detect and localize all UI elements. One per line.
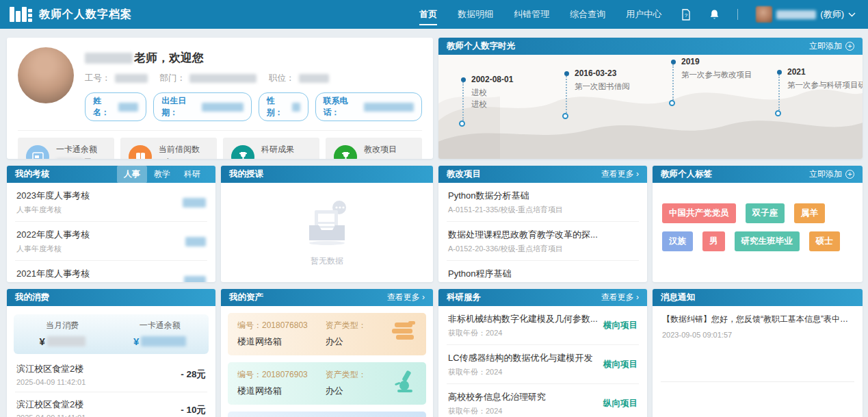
book-icon	[129, 145, 152, 160]
plus-circle-icon	[845, 42, 854, 51]
panel-title: 教师个人标签	[661, 168, 712, 180]
greeting: 老师，欢迎您	[85, 50, 422, 66]
project-type-badge: 纵向项目	[603, 398, 637, 409]
reform-row[interactable]: Python程序基础 A-0151-19-317/校级-重点培育项目	[447, 261, 639, 282]
assessment-panel: 我的考核 人事 教学 科研 2023年度人事考核 人事年度考核 2022年度人事…	[7, 166, 215, 282]
timeline-event[interactable]: 2019 第一次参与教改项目	[671, 60, 780, 106]
tab-personnel[interactable]: 人事	[117, 166, 147, 183]
research-row[interactable]: 高校校务信息化治理研究 获取年份：2024 纵向项目	[447, 384, 639, 417]
stat-card-research: 科研成果 8项	[223, 138, 319, 159]
user-name-redacted	[776, 10, 816, 19]
tag: 研究生班毕业	[735, 231, 800, 251]
score-redacted	[183, 198, 206, 207]
user-role: (教师)	[820, 8, 844, 21]
panel-title: 消息通知	[661, 292, 695, 303]
card-icon	[26, 145, 49, 160]
month-spend-label: 当月消费	[14, 320, 111, 331]
timeline-add-button[interactable]: 立即添加	[809, 40, 854, 52]
research-more-link[interactable]: 查看更多 ›	[601, 292, 639, 303]
top-navbar: 教师个人数字档案 首页 数据明细 纠错管理 综合查询 用户中心 ? (教师)	[0, 0, 868, 29]
timeline-event[interactable]: 2016-03-23 第一次图书借阅	[564, 71, 674, 119]
assessment-row[interactable]: 2022年度人事考核 人事年度考核	[15, 222, 207, 261]
timeline-dot	[564, 71, 569, 76]
reform-row[interactable]: Python数据分析基础 A-0151-21-335/校级-重点培育项目	[447, 183, 639, 222]
consumption-record: 滨江校区食堂2楼 2025-04-09 11:41:01 - 10元	[15, 392, 207, 417]
timeline-event[interactable]: 2021 第一次参与科研项目研究	[777, 70, 863, 116]
timeline-dot	[461, 77, 466, 82]
tag: 双子座	[746, 203, 785, 223]
profile-meta: 工号： 部门： 职位：	[85, 73, 422, 84]
message-item[interactable]: 【数据纠错】您好，您反馈“教职工基本信息”表中数据质量问... 2023-09-…	[661, 306, 854, 339]
books-icon	[389, 320, 417, 347]
nav-menu: 首页 数据明细 纠错管理 综合查询 用户中心 ? (教师)	[418, 1, 856, 28]
messages-panel: 消息通知 【数据纠错】您好，您反馈“教职工基本信息”表中数据质量问... 202…	[653, 289, 863, 417]
user-avatar	[756, 6, 772, 23]
panel-title: 我的考核	[15, 168, 49, 180]
timeline-line	[778, 75, 780, 110]
nav-item-query[interactable]: 综合查询	[568, 1, 607, 28]
bell-icon[interactable]	[709, 9, 720, 21]
position-redacted	[299, 74, 329, 83]
timeline-event[interactable]: 2002-08-01 进校 进校	[461, 77, 570, 127]
nav-item-home[interactable]: 首页	[418, 1, 438, 28]
nav-divider	[737, 9, 738, 20]
doc-help-icon[interactable]: ?	[681, 9, 692, 21]
month-spend-value: ¥	[14, 336, 111, 347]
balance-value: ¥	[111, 336, 209, 347]
stat-card-reform: 教改项目 3项	[326, 138, 422, 159]
tags-panel: 教师个人标签 立即添加 中国共产党党员 双子座 属羊 汉族 男 研究生班毕业 硕…	[653, 166, 863, 282]
score-redacted	[184, 276, 206, 283]
empty-inbox-icon	[294, 198, 360, 251]
divider	[661, 381, 854, 382]
timeline-dot	[777, 70, 782, 75]
position-label: 职位：	[269, 73, 295, 84]
tags-add-button[interactable]: 立即添加	[809, 168, 854, 180]
trophy-icon	[334, 145, 357, 160]
timeline-dot	[671, 60, 676, 64]
phone-pill: 联系电话：	[315, 92, 422, 121]
reform-row[interactable]: 数据处理课程思政教育教学改革的探... A-0152-20-336/校级-重点培…	[447, 222, 639, 261]
profile-pills: 姓名： 出生日期： 性别： 联系电话：	[85, 92, 422, 121]
user-menu[interactable]: (教师)	[756, 6, 856, 23]
nav-item-error-mgmt[interactable]: 纠错管理	[512, 1, 551, 28]
divider	[18, 130, 422, 131]
tag: 属羊	[794, 203, 825, 223]
project-type-badge: 横向项目	[603, 320, 637, 331]
asset-card[interactable]: 编号：2018076803 楼道网络箱 资产类型： 办公	[228, 313, 426, 355]
consumption-record: 滨江校区食堂2楼 2025-04-09 11:42:01 - 28元	[15, 357, 207, 392]
tab-teaching[interactable]: 教学	[147, 166, 177, 183]
asset-card[interactable]: 编号：2018076903 楼道网络箱 资产类型： 办公	[228, 362, 426, 405]
panel-title: 教改项目	[447, 168, 481, 180]
assessment-row[interactable]: 2023年度人事考核 人事年度考核	[15, 183, 207, 222]
project-type-badge: 横向项目	[603, 359, 637, 370]
timeline-line	[566, 76, 567, 113]
research-row[interactable]: LC传感器结构的数据优化与建模开发 获取年份：2024 横向项目	[447, 345, 639, 384]
birthdate-pill: 出生日期：	[153, 92, 252, 121]
stat-card-balance: 一卡通余额 元	[18, 138, 114, 159]
nav-item-user-center[interactable]: 用户中心	[624, 1, 663, 28]
asset-card[interactable]: 编号：2022107903 资产类型：	[228, 412, 426, 417]
dept-redacted	[189, 74, 257, 83]
score-redacted	[185, 237, 206, 247]
stat-card-borrow: 当前借阅数 1本	[120, 138, 217, 159]
research-panel: 科研服务 查看更多 › 非标机械结构数字化建模及几何参数... 获取年份：202…	[438, 289, 647, 417]
reform-more-link[interactable]: 查看更多 ›	[601, 168, 639, 180]
panel-title: 教师个人数字时光	[447, 40, 515, 52]
timeline-canvas: 2002-08-01 进校 进校 2016-03-23 第一次图书借阅	[438, 55, 863, 159]
assets-more-link[interactable]: 查看更多 ›	[387, 292, 425, 303]
job-no-label: 工号：	[85, 73, 111, 84]
panel-title: 我的资产	[229, 292, 263, 303]
timeline-ring	[562, 113, 568, 119]
timeline-line	[462, 82, 464, 121]
profile-photo	[18, 47, 74, 103]
plus-circle-icon	[845, 170, 854, 179]
tag: 中国共产党党员	[662, 203, 736, 223]
tab-research[interactable]: 科研	[177, 166, 207, 183]
nav-item-data-detail[interactable]: 数据明细	[456, 1, 495, 28]
assessment-row[interactable]: 2021年度人事考核 人事年度考核	[15, 261, 207, 282]
teacher-name-redacted	[85, 53, 133, 64]
research-row[interactable]: 非标机械结构数字化建模及几何参数... 获取年份：2024 横向项目	[447, 306, 639, 345]
dept-label: 部门：	[160, 73, 186, 84]
panel-title: 我的消费	[15, 292, 49, 303]
dashboard-grid: 老师，欢迎您 工号： 部门： 职位： 姓名： 出生日期：	[0, 29, 868, 417]
